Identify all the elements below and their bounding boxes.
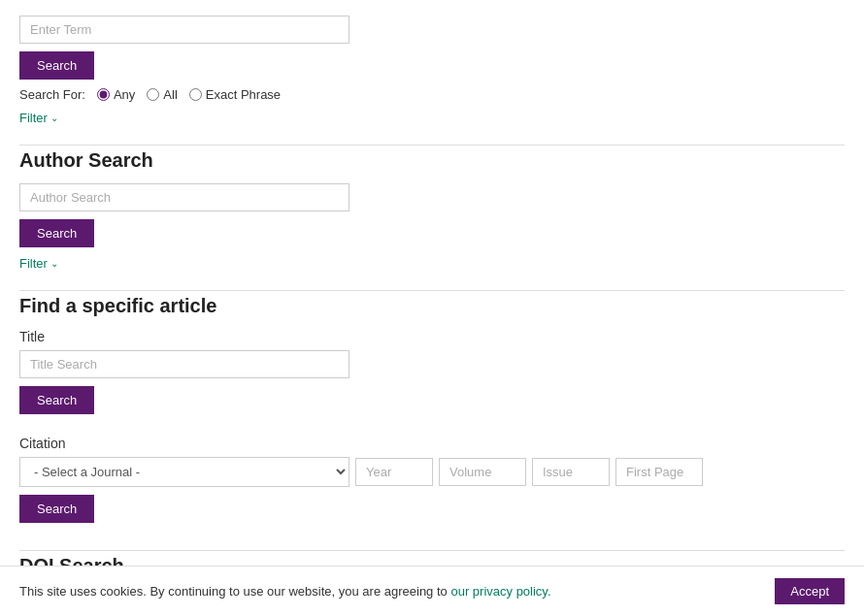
find-article-title: Find a specific article [19,295,845,317]
radio-all[interactable]: All [147,87,177,102]
radio-all-input[interactable] [147,88,159,101]
author-search-section: Author Search Search Filter ⌄ [19,149,845,291]
journal-select[interactable]: - Select a Journal - [19,457,349,487]
term-search-input[interactable] [19,16,349,44]
title-label: Title [19,329,845,344]
radio-exact-input[interactable] [189,88,202,101]
term-filter-label: Filter [19,111,48,125]
title-search-input[interactable] [19,350,349,378]
radio-any-input[interactable] [97,88,110,101]
term-filter-link[interactable]: Filter ⌄ [19,111,58,125]
radio-exact[interactable]: Exact Phrase [189,87,281,102]
term-search-section: Search Search For: Any All Exact Phrase … [19,16,845,146]
author-search-input[interactable] [19,183,349,211]
cookie-message: This site uses cookies. By continuing to… [19,584,448,599]
volume-input[interactable] [439,458,526,486]
author-filter-chevron-icon: ⌄ [50,258,58,269]
author-filter-label: Filter [19,256,48,271]
citation-label: Citation [19,436,845,451]
firstpage-input[interactable] [615,458,703,486]
term-search-button[interactable]: Search [19,51,94,80]
year-input[interactable] [355,458,433,486]
search-for-row: Search For: Any All Exact Phrase [19,87,845,102]
filter-chevron-icon: ⌄ [50,113,58,123]
cookie-banner-text: This site uses cookies. By continuing to… [19,584,767,599]
radio-all-label: All [163,87,177,102]
author-filter-link[interactable]: Filter ⌄ [19,256,58,271]
author-search-title: Author Search [19,149,845,172]
citation-row: - Select a Journal - [19,457,845,487]
citation-search-button[interactable]: Search [19,495,94,523]
radio-any[interactable]: Any [97,87,135,102]
issue-input[interactable] [532,458,610,486]
author-search-button[interactable]: Search [19,219,94,247]
find-article-section: Find a specific article Title Search Cit… [19,295,845,551]
cookie-banner: This site uses cookies. By continuing to… [0,566,864,616]
radio-exact-label: Exact Phrase [206,87,281,102]
title-search-button[interactable]: Search [19,386,94,414]
cookie-accept-button[interactable]: Accept [775,578,845,604]
radio-any-label: Any [114,87,135,102]
cookie-privacy-link[interactable]: our privacy policy. [450,584,550,599]
search-for-label: Search For: [19,87,85,102]
